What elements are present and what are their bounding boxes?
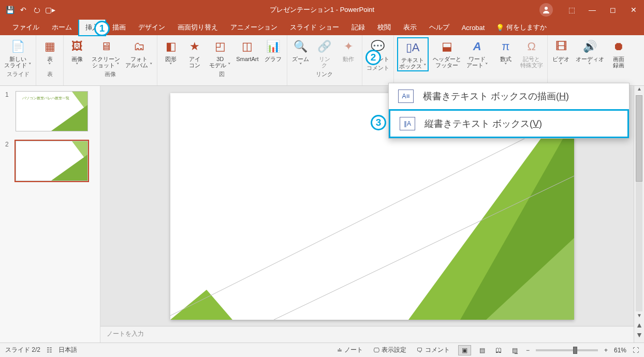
scroll-track[interactable] bbox=[636, 95, 642, 311]
slide-mini: パソコン教室パレハ教室一覧 bbox=[16, 91, 88, 131]
comment-icon: 🗨 bbox=[417, 347, 423, 354]
dropdown-vertical-textbox[interactable]: ‖A 縦書きテキスト ボックス(V) bbox=[389, 109, 629, 138]
new-slide-button[interactable]: 📄新しい スライド ˅ bbox=[3, 37, 33, 69]
textbox-button[interactable]: ▯Aテキスト ボックス ˅ bbox=[397, 37, 429, 71]
startfrombeg-icon[interactable]: ▢▸ bbox=[46, 5, 55, 14]
lightbulb-icon: 💡 bbox=[496, 24, 504, 32]
mini-title: パソコン教室パレハ教室一覧 bbox=[22, 96, 69, 101]
slide-number: 2 bbox=[5, 141, 12, 181]
tell-me[interactable]: 💡 何をしますか bbox=[496, 23, 547, 32]
cube-icon: ◰ bbox=[212, 38, 228, 55]
group-label bbox=[589, 69, 591, 79]
slide-thumb-1[interactable]: 1 パソコン教室パレハ教室一覧 bbox=[5, 91, 95, 131]
zoom-button[interactable]: 🔍ズーム ˅ bbox=[290, 37, 311, 69]
prev-slide-icon[interactable]: ⯅ bbox=[634, 323, 644, 331]
tab-design[interactable]: デザイン bbox=[132, 20, 171, 35]
zoom-icon: 🔍 bbox=[292, 38, 309, 55]
dd-label: 横書きテキスト ボックスの描画(H) bbox=[423, 90, 569, 102]
tab-animation[interactable]: アニメーション bbox=[224, 20, 284, 35]
zoom-slider-thumb[interactable] bbox=[573, 347, 577, 354]
screenrec-button[interactable]: ⏺画面 録画 bbox=[608, 37, 629, 69]
group-label bbox=[442, 71, 444, 81]
zoom-out-icon[interactable]: − bbox=[526, 347, 530, 354]
tab-acrobat[interactable]: Acrobat bbox=[456, 21, 491, 35]
minimize-icon[interactable]: — bbox=[585, 3, 599, 17]
action-button[interactable]: ✦動作 bbox=[338, 37, 359, 63]
equation-icon: π bbox=[497, 38, 514, 55]
equation-button[interactable]: π数式 ˅ bbox=[495, 37, 516, 69]
audio-icon: 🔊 bbox=[581, 38, 598, 55]
horizontal-textbox-icon: A≡ bbox=[398, 90, 414, 103]
tab-slideshow[interactable]: スライド ショー bbox=[284, 20, 345, 35]
redo-icon[interactable]: ⭮ bbox=[32, 5, 41, 14]
tab-view[interactable]: 表示 bbox=[397, 20, 423, 35]
image-button[interactable]: 🖼画像 ˅ bbox=[67, 37, 87, 69]
save-icon[interactable]: 💾 bbox=[5, 5, 14, 14]
wordart-button[interactable]: Aワード アート ˅ bbox=[465, 37, 489, 69]
display-settings[interactable]: 🖵表示設定 bbox=[371, 346, 408, 354]
tab-home[interactable]: ホーム bbox=[46, 20, 78, 35]
chart-icon: 📊 bbox=[265, 38, 282, 55]
status-bar: スライド 2/2 ☷ 日本語 ≐ノート 🖵表示設定 🗨コメント ▣ ▤ 🕮 ▤̲… bbox=[0, 343, 644, 357]
notes-toggle[interactable]: ≐ノート bbox=[335, 346, 365, 354]
callout-1: 1 bbox=[94, 21, 110, 36]
tab-record[interactable]: 記録 bbox=[345, 20, 371, 35]
view-normal-icon[interactable]: ▣ bbox=[458, 345, 471, 355]
scroll-up-icon[interactable]: ▲ bbox=[634, 86, 644, 94]
3dmodel-button[interactable]: ◰3D モデル ˅ bbox=[208, 37, 232, 69]
smartart-button[interactable]: ◫SmartArt bbox=[235, 37, 259, 63]
notes-pane[interactable]: ノートを入力 bbox=[100, 326, 644, 343]
tab-transition[interactable]: 画面切り替え bbox=[171, 20, 224, 35]
accessibility-icon[interactable]: ☷ bbox=[47, 347, 52, 354]
slide-thumb-2[interactable]: 2 bbox=[5, 141, 95, 181]
tell-me-label: 何をしますか bbox=[506, 23, 547, 32]
video-icon: 🎞 bbox=[553, 38, 569, 55]
view-slideshow-icon[interactable]: ▤̲ bbox=[510, 347, 520, 354]
icons-button[interactable]: ★アイ コン bbox=[184, 37, 205, 69]
tab-review[interactable]: 校閲 bbox=[371, 20, 397, 35]
link-button[interactable]: 🔗リン ク bbox=[314, 37, 335, 69]
tab-help[interactable]: ヘルプ bbox=[423, 20, 456, 35]
window-controls: ⬚ — ◻ ✕ bbox=[539, 3, 641, 17]
zoom-in-icon[interactable]: + bbox=[604, 347, 608, 354]
view-sorter-icon[interactable]: ▤ bbox=[477, 347, 487, 354]
fit-window-icon[interactable]: ⛶ bbox=[633, 347, 639, 354]
scroll-handle[interactable] bbox=[636, 95, 642, 182]
table-icon: ▦ bbox=[41, 38, 58, 55]
dropdown-horizontal-textbox[interactable]: A≡ 横書きテキスト ボックスの描画(H) bbox=[389, 83, 629, 109]
undo-icon[interactable]: ↶ bbox=[19, 5, 28, 14]
shapes-button[interactable]: ◧図形 ˅ bbox=[160, 37, 181, 69]
comment-toggle[interactable]: 🗨コメント bbox=[415, 346, 452, 354]
close-icon[interactable]: ✕ bbox=[626, 3, 641, 17]
status-language[interactable]: 日本語 bbox=[58, 346, 77, 354]
status-slide: スライド 2/2 bbox=[5, 346, 40, 354]
user-avatar[interactable] bbox=[539, 3, 553, 17]
zoom-slider[interactable] bbox=[536, 349, 598, 351]
video-button[interactable]: 🎞ビデオ ˅ bbox=[551, 37, 572, 69]
group-text: ▯Aテキスト ボックス ˅ ⬓ヘッダーと フッター Aワード アート ˅ bbox=[394, 35, 492, 85]
maximize-icon[interactable]: ◻ bbox=[606, 3, 620, 17]
tab-file[interactable]: ファイル bbox=[6, 20, 46, 35]
vertical-scrollbar[interactable]: ▲ ▼ ⯅ ⯆ bbox=[634, 86, 644, 343]
photoalbum-button[interactable]: 🗂フォト アルバム ˅ bbox=[124, 37, 154, 69]
vertical-textbox-icon: ‖A bbox=[400, 117, 415, 130]
link-icon: 🔗 bbox=[316, 38, 333, 55]
symbol-button[interactable]: Ω記号と 特殊文字 bbox=[519, 37, 544, 69]
window-title: プレゼンテーション1 - PowerPoint bbox=[270, 5, 374, 14]
dd-label: 縦書きテキスト ボックス(V) bbox=[425, 117, 542, 130]
svg-marker-4 bbox=[170, 290, 232, 320]
table-button[interactable]: ▦表 ˅ bbox=[39, 37, 60, 69]
icons-icon: ★ bbox=[186, 38, 203, 55]
headerfooter-button[interactable]: ⬓ヘッダーと フッター bbox=[432, 37, 462, 69]
decor-icon bbox=[51, 155, 87, 181]
zoom-pct[interactable]: 61% bbox=[614, 347, 626, 354]
tab-draw[interactable]: 描画 bbox=[106, 20, 132, 35]
screenrec-icon: ⏺ bbox=[610, 38, 627, 55]
chart-button[interactable]: 📊グラフ bbox=[263, 37, 284, 63]
view-reading-icon[interactable]: 🕮 bbox=[493, 347, 504, 354]
audio-button[interactable]: 🔊オーディオ ˅ bbox=[575, 37, 605, 69]
ribbon-display-icon[interactable]: ⬚ bbox=[564, 3, 579, 17]
scroll-down-icon[interactable]: ▼ bbox=[634, 313, 644, 321]
next-slide-icon[interactable]: ⯆ bbox=[634, 332, 644, 340]
screenshot-button[interactable]: 🖥スクリーン ショット ˅ bbox=[91, 37, 121, 69]
